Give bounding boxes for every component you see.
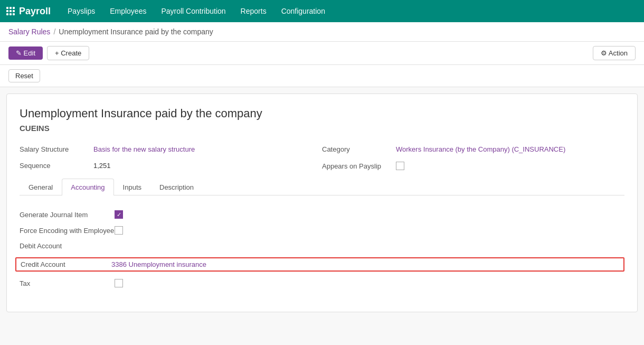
category-label: Category [322, 145, 396, 153]
salary-structure-row: Salary Structure Basis for the new salar… [20, 145, 624, 153]
salary-structure-field: Salary Structure Basis for the new salar… [20, 145, 322, 153]
accounting-tab-content: Generate Journal Item Force Encoding wit… [20, 206, 624, 299]
sequence-label: Sequence [20, 162, 93, 170]
nav-payslips[interactable]: Payslips [61, 5, 101, 17]
generate-journal-checkbox[interactable] [115, 210, 123, 219]
appears-on-payslip-field: Appears on Payslip [322, 162, 624, 170]
nav-employees[interactable]: Employees [103, 5, 153, 17]
edit-button[interactable]: ✎ Edit [8, 46, 43, 60]
nav-payroll-contribution[interactable]: Payroll Contribution [155, 5, 232, 17]
breadcrumb: Salary Rules / Unemployment Insurance pa… [0, 22, 644, 42]
reset-bar: Reset [0, 65, 644, 87]
reset-button[interactable]: Reset [8, 69, 40, 82]
breadcrumb-separator: / [53, 27, 55, 36]
record-tabs: General Accounting Inputs Description [20, 179, 624, 195]
tax-row: Tax [20, 279, 624, 287]
sequence-field: Sequence 1,251 [20, 162, 322, 170]
create-button[interactable]: + Create [47, 46, 89, 60]
salary-structure-value[interactable]: Basis for the new salary structure [93, 145, 195, 153]
nav-links: Payslips Employees Payroll Contribution … [61, 5, 332, 17]
record-code: CUEINS [20, 124, 624, 133]
nav-configuration[interactable]: Configuration [275, 5, 332, 17]
sequence-value: 1,251 [93, 162, 111, 170]
tab-description[interactable]: Description [150, 179, 203, 195]
credit-account-value[interactable]: 3386 Unemployment insurance [111, 260, 206, 268]
force-encoding-checkbox[interactable] [115, 226, 123, 235]
record-title: Unemployment Insurance paid by the compa… [20, 107, 624, 120]
force-encoding-label: Force Encoding with Employee [20, 227, 115, 235]
breadcrumb-current: Unemployment Insurance paid by the compa… [59, 27, 213, 36]
app-brand[interactable]: Payroll [6, 6, 51, 17]
action-bar: ✎ Edit + Create ⚙ Action [0, 42, 644, 65]
brand-name: Payroll [19, 6, 51, 17]
grid-icon [6, 7, 15, 15]
generate-journal-row: Generate Journal Item [20, 210, 624, 219]
appears-on-payslip-label: Appears on Payslip [322, 162, 396, 170]
tax-label: Tax [20, 279, 115, 287]
generate-journal-label: Generate Journal Item [20, 211, 115, 219]
tab-general[interactable]: General [20, 179, 62, 195]
main-content: Unemployment Insurance paid by the compa… [6, 94, 638, 312]
credit-account-row: Credit Account 3386 Unemployment insuran… [15, 257, 624, 272]
debit-account-row: Debit Account [20, 242, 624, 250]
brand-icon [6, 7, 15, 15]
category-value[interactable]: Workers Insurance (by the Company) (C_IN… [396, 145, 565, 153]
force-encoding-row: Force Encoding with Employee [20, 226, 624, 235]
salary-structure-label: Salary Structure [20, 145, 93, 153]
tab-accounting[interactable]: Accounting [62, 179, 113, 195]
tax-checkbox[interactable] [115, 279, 123, 287]
category-field: Category Workers Insurance (by the Compa… [322, 145, 624, 153]
debit-account-label: Debit Account [20, 242, 115, 250]
action-button[interactable]: ⚙ Action [593, 46, 636, 60]
top-navigation: Payroll Payslips Employees Payroll Contr… [0, 0, 644, 22]
tab-inputs[interactable]: Inputs [114, 179, 150, 195]
credit-account-label: Credit Account [21, 260, 111, 268]
breadcrumb-parent-link[interactable]: Salary Rules [8, 27, 50, 36]
appears-on-payslip-checkbox[interactable] [396, 162, 404, 170]
sequence-row: Sequence 1,251 Appears on Payslip [20, 162, 624, 170]
nav-reports[interactable]: Reports [234, 5, 273, 17]
